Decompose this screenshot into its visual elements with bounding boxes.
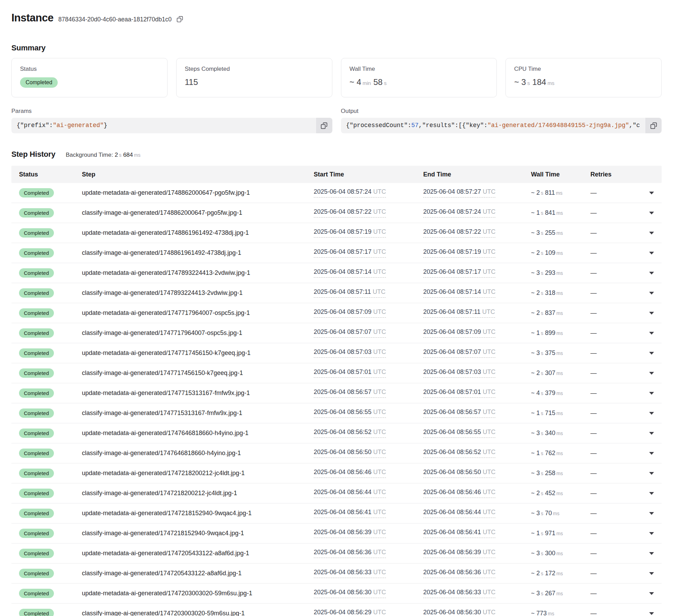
expand-row-button[interactable]: [647, 470, 656, 477]
end-time[interactable]: 2025-06-04 08:57:17 UTC: [423, 268, 495, 278]
expand-row-button[interactable]: [647, 310, 656, 317]
page-title: Instance: [11, 12, 54, 24]
start-time[interactable]: 2025-06-04 08:56:44 UTC: [314, 489, 386, 498]
expand-row-button[interactable]: [647, 190, 656, 196]
expand-row-button[interactable]: [647, 230, 656, 237]
start-time[interactable]: 2025-06-04 08:56:57 UTC: [314, 388, 386, 398]
end-time[interactable]: 2025-06-04 08:56:52 UTC: [423, 449, 495, 458]
start-time[interactable]: 2025-06-04 08:57:03 UTC: [314, 348, 386, 358]
copy-output-button[interactable]: [645, 118, 662, 133]
expand-row-button[interactable]: [647, 410, 656, 417]
expand-row-button[interactable]: [647, 350, 656, 357]
expand-row-button[interactable]: [647, 430, 656, 437]
expand-row-button[interactable]: [647, 510, 656, 517]
start-time[interactable]: 2025-06-04 08:56:29 UTC: [314, 609, 386, 616]
start-time[interactable]: 2025-06-04 08:57:11 UTC: [314, 288, 386, 298]
start-time[interactable]: 2025-06-04 08:57:22 UTC: [314, 208, 386, 218]
expand-row-button[interactable]: [647, 330, 656, 337]
end-time[interactable]: 2025-06-04 08:57:22 UTC: [423, 228, 495, 238]
end-time[interactable]: 2025-06-04 08:56:46 UTC: [423, 489, 495, 498]
utc-label: UTC: [483, 429, 495, 435]
start-time[interactable]: 2025-06-04 08:56:41 UTC: [314, 509, 386, 518]
start-time[interactable]: 2025-06-04 08:56:50 UTC: [314, 449, 386, 458]
utc-label: UTC: [483, 489, 495, 495]
start-time[interactable]: 2025-06-04 08:57:14 UTC: [314, 268, 386, 278]
start-time[interactable]: 2025-06-04 08:56:33 UTC: [314, 569, 386, 578]
cpu-time-label: CPU Time: [514, 66, 653, 73]
start-time[interactable]: 2025-06-04 08:57:17 UTC: [314, 248, 386, 258]
expand-row-button[interactable]: [647, 570, 656, 577]
copy-params-button[interactable]: [316, 118, 332, 133]
wall-time-value: ~ 1s715ms: [531, 410, 590, 417]
utc-label: UTC: [373, 368, 386, 375]
end-time[interactable]: 2025-06-04 08:57:14 UTC: [423, 288, 495, 298]
end-time[interactable]: 2025-06-04 08:57:24 UTC: [423, 208, 495, 218]
instance-id: 87846334-20d0-4c60-aeaa-1812f70db1c0: [58, 16, 172, 23]
expand-row-button[interactable]: [647, 610, 656, 616]
chevron-down-icon: [649, 452, 654, 455]
retries-value: —: [590, 189, 646, 196]
step-history-header: Step History Background Time: 2s684ms: [11, 150, 662, 159]
start-time[interactable]: 2025-06-04 08:56:30 UTC: [314, 589, 386, 598]
expand-row-button[interactable]: [647, 590, 656, 597]
end-time[interactable]: 2025-06-04 08:57:03 UTC: [423, 368, 495, 378]
step-name: classify-image-ai-generated/174721815294…: [82, 530, 314, 537]
utc-label: UTC: [483, 248, 495, 255]
end-time[interactable]: 2025-06-04 08:56:50 UTC: [423, 469, 495, 478]
end-time[interactable]: 2025-06-04 08:56:44 UTC: [423, 509, 495, 518]
start-time[interactable]: 2025-06-04 08:57:24 UTC: [314, 188, 386, 198]
step-name: classify-image-ai-generated/174721820021…: [82, 490, 314, 497]
chevron-down-icon: [649, 412, 654, 415]
utc-label: UTC: [483, 288, 495, 295]
expand-row-button[interactable]: [647, 390, 656, 397]
expand-row-button[interactable]: [647, 210, 656, 216]
cpu-time-card: CPU Time ~ 3s184ms: [505, 58, 662, 97]
expand-row-button[interactable]: [647, 530, 656, 537]
retries-value: —: [590, 430, 646, 437]
end-time[interactable]: 2025-06-04 08:56:55 UTC: [423, 429, 495, 438]
expand-row-button[interactable]: [647, 450, 656, 457]
steps-completed-value: 115: [185, 77, 324, 87]
retries-value: —: [590, 550, 646, 557]
utc-label: UTC: [483, 388, 495, 395]
start-time[interactable]: 2025-06-04 08:57:09 UTC: [314, 308, 386, 318]
expand-row-button[interactable]: [647, 490, 656, 497]
step-name: update-metadata-ai-generated/17476468186…: [82, 430, 314, 437]
start-time[interactable]: 2025-06-04 08:56:39 UTC: [314, 529, 386, 538]
end-time[interactable]: 2025-06-04 08:57:11 UTC: [423, 308, 495, 318]
start-time[interactable]: 2025-06-04 08:56:52 UTC: [314, 429, 386, 438]
end-time[interactable]: 2025-06-04 08:57:07 UTC: [423, 348, 495, 358]
start-time[interactable]: 2025-06-04 08:57:01 UTC: [314, 368, 386, 378]
end-time[interactable]: 2025-06-04 08:56:36 UTC: [423, 569, 495, 578]
end-time[interactable]: 2025-06-04 08:56:41 UTC: [423, 529, 495, 538]
start-time[interactable]: 2025-06-04 08:57:07 UTC: [314, 328, 386, 338]
end-time[interactable]: 2025-06-04 08:56:39 UTC: [423, 549, 495, 558]
end-time[interactable]: 2025-06-04 08:57:19 UTC: [423, 248, 495, 258]
retries-value: —: [590, 329, 646, 337]
start-time[interactable]: 2025-06-04 08:57:19 UTC: [314, 228, 386, 238]
end-time[interactable]: 2025-06-04 08:56:57 UTC: [423, 408, 495, 418]
start-time[interactable]: 2025-06-04 08:56:36 UTC: [314, 549, 386, 558]
expand-row-button[interactable]: [647, 270, 656, 277]
expand-row-button[interactable]: [647, 290, 656, 297]
step-name: classify-image-ai-generated/174771745615…: [82, 369, 314, 377]
status-badge: Completed: [19, 208, 54, 218]
wall-time-value: ~ 3s300ms: [531, 550, 590, 557]
column-header-start-time: Start Time: [314, 171, 423, 178]
column-header-wall-time: Wall Time: [531, 171, 590, 178]
end-time[interactable]: 2025-06-04 08:57:01 UTC: [423, 388, 495, 398]
table-row: Completed update-metadata-ai-generated/1…: [11, 263, 662, 283]
start-time[interactable]: 2025-06-04 08:56:46 UTC: [314, 469, 386, 478]
copy-instance-id-button[interactable]: [177, 16, 183, 22]
output-value-box: {"processedCount":57,"results":[{"key":"…: [341, 118, 662, 133]
end-time[interactable]: 2025-06-04 08:57:09 UTC: [423, 328, 495, 338]
end-time[interactable]: 2025-06-04 08:56:33 UTC: [423, 589, 495, 598]
expand-row-button[interactable]: [647, 550, 656, 557]
expand-row-button[interactable]: [647, 250, 656, 257]
expand-row-button[interactable]: [647, 370, 656, 377]
end-time[interactable]: 2025-06-04 08:56:30 UTC: [423, 609, 495, 616]
end-time[interactable]: 2025-06-04 08:57:27 UTC: [423, 188, 495, 198]
start-time[interactable]: 2025-06-04 08:56:55 UTC: [314, 408, 386, 418]
utc-label: UTC: [373, 288, 386, 295]
copy-icon: [650, 122, 657, 129]
